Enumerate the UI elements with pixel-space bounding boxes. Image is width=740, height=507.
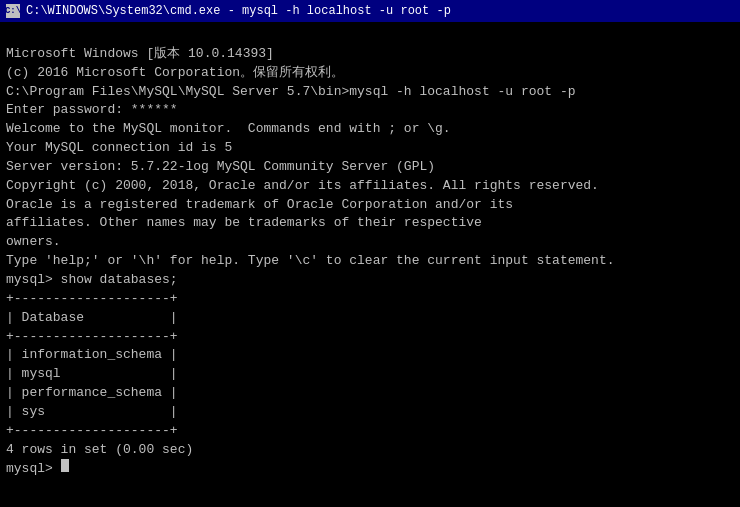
terminal-line: | mysql | — [6, 365, 734, 384]
terminal-line: +--------------------+ — [6, 290, 734, 309]
window-title: C:\WINDOWS\System32\cmd.exe - mysql -h l… — [26, 4, 451, 18]
prompt-line[interactable]: mysql> — [6, 459, 734, 479]
terminal-line: Enter password: ****** — [6, 101, 734, 120]
terminal-line: +--------------------+ — [6, 422, 734, 441]
terminal-line: Server version: 5.7.22-log MySQL Communi… — [6, 158, 734, 177]
terminal-line: | performance_schema | — [6, 384, 734, 403]
cursor — [61, 459, 69, 472]
terminal-line: Microsoft Windows [版本 10.0.14393] — [6, 45, 734, 64]
terminal-line: Copyright (c) 2000, 2018, Oracle and/or … — [6, 177, 734, 196]
prompt-text: mysql> — [6, 460, 61, 479]
terminal-line: C:\Program Files\MySQL\MySQL Server 5.7\… — [6, 83, 734, 102]
terminal-line: mysql> show databases; — [6, 271, 734, 290]
terminal-line: affiliates. Other names may be trademark… — [6, 214, 734, 233]
terminal-content[interactable]: Microsoft Windows [版本 10.0.14393](c) 201… — [0, 22, 740, 483]
terminal-line: +--------------------+ — [6, 328, 734, 347]
terminal-line: 4 rows in set (0.00 sec) — [6, 441, 734, 460]
terminal-line: | information_schema | — [6, 346, 734, 365]
terminal-line: owners. — [6, 233, 734, 252]
terminal-line: | Database | — [6, 309, 734, 328]
terminal-line: Welcome to the MySQL monitor. Commands e… — [6, 120, 734, 139]
terminal-line: | sys | — [6, 403, 734, 422]
terminal-line: (c) 2016 Microsoft Corporation。保留所有权利。 — [6, 64, 734, 83]
terminal-line: Type 'help;' or '\h' for help. Type '\c'… — [6, 252, 734, 271]
title-bar: C:\ C:\WINDOWS\System32\cmd.exe - mysql … — [0, 0, 740, 22]
window-icon: C:\ — [6, 4, 20, 18]
terminal-line: Your MySQL connection id is 5 — [6, 139, 734, 158]
terminal-line: Oracle is a registered trademark of Orac… — [6, 196, 734, 215]
